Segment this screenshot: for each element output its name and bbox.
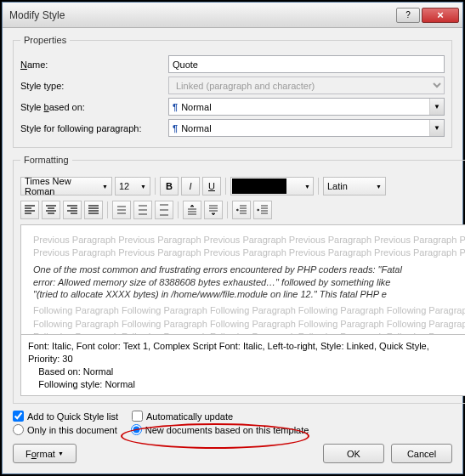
script-select[interactable]: Latin▼ <box>323 177 386 196</box>
italic-button[interactable]: I <box>181 177 200 196</box>
auto-update-checkbox[interactable]: Automatically update <box>132 411 233 422</box>
font-family-select[interactable]: Times New Roman▼ <box>20 177 112 196</box>
chevron-down-icon: ▼ <box>429 99 444 115</box>
align-center-button[interactable] <box>42 201 60 219</box>
properties-group: Properties Name: Style type: Linked (par… <box>13 35 452 148</box>
line-spacing-1-button[interactable] <box>112 201 131 219</box>
decrease-indent-button[interactable] <box>232 201 251 219</box>
help-button[interactable]: ? <box>396 8 420 23</box>
following-select[interactable]: ¶ Normal ▼ <box>168 119 445 137</box>
chevron-down-icon: ▼ <box>429 120 444 136</box>
sample-text: One of the most common and frustrating e… <box>33 264 465 302</box>
formatting-group: Formatting Times New Roman▼ 12▼ B I U ▼ … <box>13 155 465 404</box>
quick-style-checkbox[interactable]: Add to Quick Style list <box>13 411 118 422</box>
line-spacing-15-button[interactable] <box>133 201 152 219</box>
underline-button[interactable]: U <box>202 177 221 196</box>
new-docs-template-radio[interactable]: New documents based on this template <box>131 424 309 435</box>
bold-button[interactable]: B <box>160 177 179 196</box>
close-button[interactable]: × <box>422 8 459 23</box>
based-on-label: Style based on: <box>20 102 168 112</box>
font-size-select[interactable]: 12▼ <box>115 177 150 196</box>
color-swatch <box>232 178 286 194</box>
ok-button[interactable]: OK <box>323 444 384 463</box>
font-color-select[interactable]: ▼ <box>230 177 314 196</box>
paragraph-toolbar <box>20 201 465 219</box>
line-spacing-2-button[interactable] <box>155 201 173 219</box>
cancel-button[interactable]: Cancel <box>391 444 452 463</box>
properties-legend: Properties <box>20 35 70 45</box>
pilcrow-icon: ¶ <box>173 123 178 133</box>
name-input[interactable] <box>168 55 445 73</box>
titlebar: Modify Style ? × <box>3 3 462 28</box>
name-label: Name: <box>20 60 168 70</box>
increase-indent-button[interactable] <box>253 201 272 219</box>
preview-pane: Previous Paragraph Previous Paragraph Pr… <box>20 224 465 335</box>
space-before-inc-button[interactable] <box>183 201 201 219</box>
window-title: Modify Style <box>9 9 394 21</box>
modify-style-dialog: Modify Style ? × Properties Name: Style … <box>2 2 463 474</box>
font-toolbar: Times New Roman▼ 12▼ B I U ▼ Latin▼ <box>20 177 465 196</box>
based-on-select[interactable]: ¶ Normal ▼ <box>168 98 445 116</box>
following-label: Style for following paragraph: <box>20 123 168 133</box>
align-justify-button[interactable] <box>84 201 103 219</box>
style-type-select: Linked (paragraph and character) <box>168 76 445 94</box>
only-this-doc-radio[interactable]: Only in this document <box>13 424 117 435</box>
options-area: Add to Quick Style list Automatically up… <box>13 411 452 435</box>
format-button[interactable]: Format ▼ <box>13 444 77 463</box>
formatting-legend: Formatting <box>20 155 72 165</box>
pilcrow-icon: ¶ <box>173 102 178 112</box>
style-description: Font: Italic, Font color: Text 1, Comple… <box>20 335 465 396</box>
align-left-button[interactable] <box>20 201 39 219</box>
space-before-dec-button[interactable] <box>204 201 223 219</box>
style-type-label: Style type: <box>20 81 168 91</box>
align-right-button[interactable] <box>63 201 82 219</box>
